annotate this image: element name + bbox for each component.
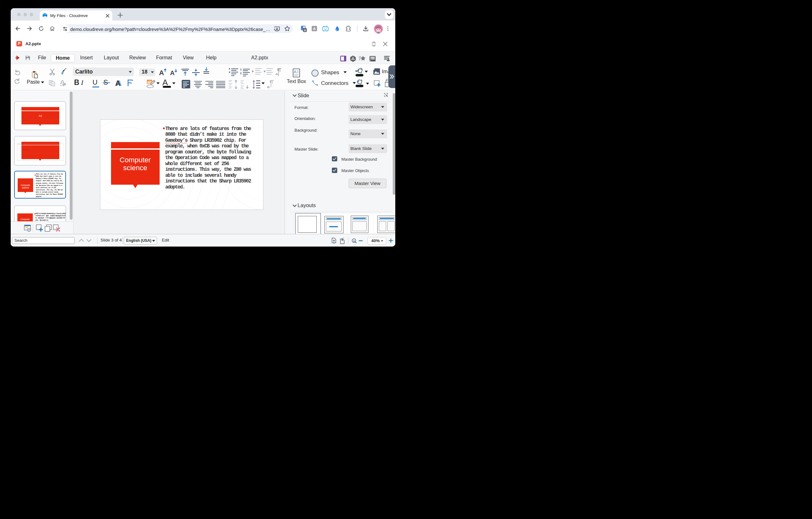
svg-text:A: A	[313, 27, 316, 31]
svg-text:1: 1	[353, 239, 355, 242]
svg-text:A: A	[115, 80, 120, 86]
svg-text:A: A	[159, 69, 164, 76]
svg-text:9: 9	[304, 29, 306, 32]
svg-text:A: A	[170, 70, 174, 76]
svg-text:1: 1	[240, 68, 242, 71]
svg-text:2: 2	[240, 72, 242, 75]
svg-text:A: A	[294, 70, 296, 74]
